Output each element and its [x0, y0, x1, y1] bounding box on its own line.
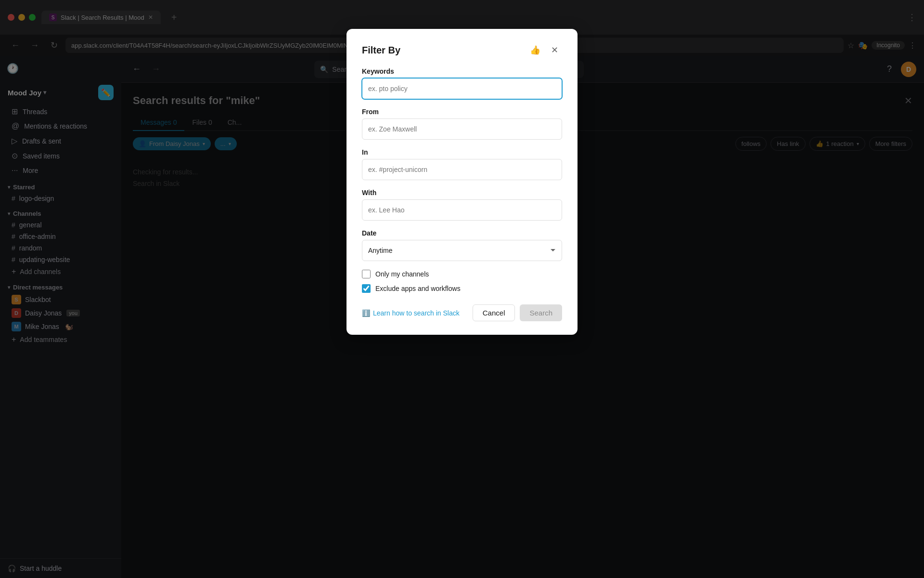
search-button[interactable]: Search — [520, 304, 562, 321]
thumbs-up-button[interactable]: 👍 — [527, 56, 543, 58]
info-icon: ℹ️ — [362, 309, 370, 317]
learn-link[interactable]: ℹ️ Learn how to search in Slack — [362, 309, 460, 317]
date-label: Date — [362, 229, 562, 237]
date-select[interactable]: Anytime Today This week This month This … — [362, 240, 562, 261]
date-field-group: Date Anytime Today This week This month … — [362, 229, 562, 261]
main-content: ← → 🔍 Search Mood Joy ⚙ ? D Search resul… — [121, 56, 924, 578]
keywords-label: Keywords — [362, 67, 562, 75]
from-field-group: From — [362, 108, 562, 140]
only-my-channels-checkbox[interactable] — [362, 270, 371, 278]
modal-footer-buttons: Cancel Search — [473, 304, 562, 321]
keywords-field-group: Keywords — [362, 67, 562, 99]
filter-by-modal: Filter By 👍 ✕ Keywords From — [346, 56, 578, 335]
exclude-apps-group: Exclude apps and workflows — [362, 284, 562, 293]
from-label: From — [362, 108, 562, 116]
exclude-apps-checkbox[interactable] — [362, 284, 371, 293]
only-my-channels-label[interactable]: Only my channels — [375, 270, 429, 278]
in-label: In — [362, 148, 562, 156]
with-input[interactable] — [362, 199, 562, 221]
learn-link-text: Learn how to search in Slack — [373, 309, 460, 317]
with-label: With — [362, 189, 562, 197]
modal-header: Filter By 👍 ✕ — [362, 56, 562, 58]
only-my-channels-group: Only my channels — [362, 270, 562, 278]
keywords-input[interactable] — [362, 78, 562, 99]
modal-header-icons: 👍 ✕ — [527, 56, 562, 58]
modal-footer: ℹ️ Learn how to search in Slack Cancel S… — [362, 304, 562, 321]
cancel-button[interactable]: Cancel — [473, 304, 515, 321]
in-field-group: In — [362, 148, 562, 180]
app-container: 🕐 Mood Joy ▾ ✏️ ⊞ Threads @ Mentions & r… — [0, 56, 924, 578]
exclude-apps-label[interactable]: Exclude apps and workflows — [375, 285, 461, 292]
from-input[interactable] — [362, 118, 562, 140]
with-field-group: With — [362, 189, 562, 221]
in-input[interactable] — [362, 159, 562, 180]
close-modal-button[interactable]: ✕ — [547, 56, 562, 58]
